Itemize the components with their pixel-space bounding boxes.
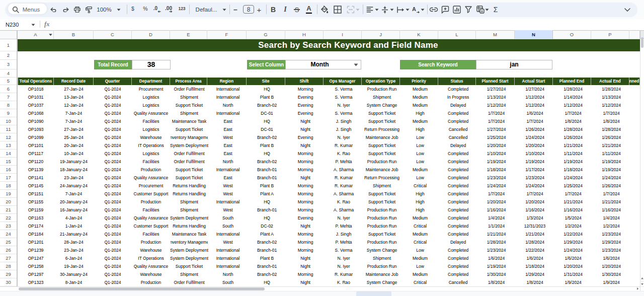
svg-text:A: A xyxy=(412,6,416,12)
